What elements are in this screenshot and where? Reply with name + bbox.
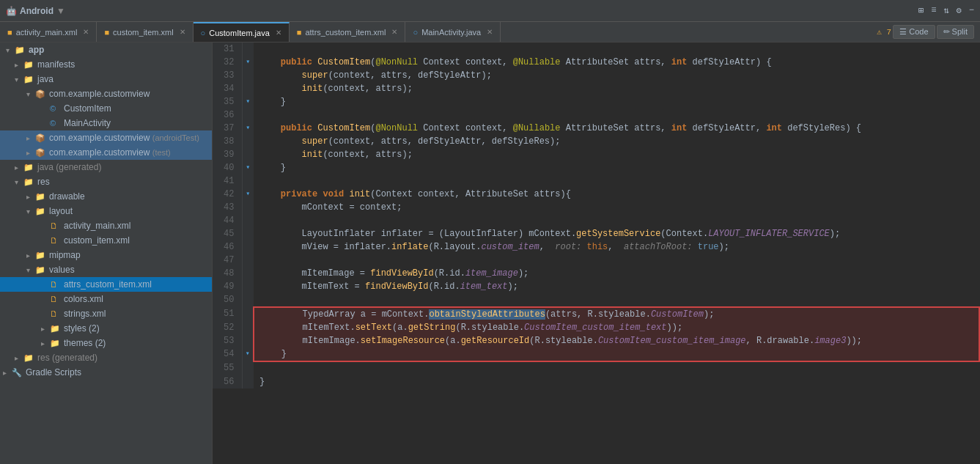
tree-item-mainactivity[interactable]: © MainActivity [0,116,212,130]
tree-item-styles[interactable]: ▸ 📁 styles (2) [0,321,212,336]
code-line-41: 41 [213,174,979,188]
tab-close-icon[interactable]: ✕ [276,29,281,37]
tab-mainactivity-java[interactable]: ○ MainActivity.java ✕ [405,22,501,43]
xml-file-icon: 🗋 [50,295,62,303]
line-number: 41 [213,174,242,188]
line-gutter [242,108,254,122]
line-gutter [242,82,254,95]
tree-label: custom_item.xml [64,235,130,246]
tree-item-res[interactable]: ▾ 📁 res [0,174,212,189]
tree-item-package-main[interactable]: ▾ 📦 com.example.customview [0,86,212,101]
arrow-icon: ▸ [26,251,35,259]
code-table: 31 32 ▾ public CustomItem(@NonNull Conte… [213,43,980,388]
tree-item-custom-item-xml[interactable]: 🗋 custom_item.xml [0,233,212,248]
tab-close-icon[interactable]: ✕ [180,28,185,36]
xml-file-icon: 🗋 [50,280,62,289]
folder-icon: 📁 [15,45,26,55]
tree-item-app[interactable]: ▾ 📁 app [0,43,212,57]
code-line-49: 49 mItemText = findViewById(R.id.item_te… [213,280,979,293]
tree-item-themes[interactable]: ▸ 📁 themes (2) [0,336,212,350]
tree-item-colors-xml[interactable]: 🗋 colors.xml [0,292,212,306]
tree-item-java-generated[interactable]: ▸ 📁 java (generated) [0,160,212,174]
code-line-38: 38 super(context, attrs, defStyleAttr, d… [213,135,979,148]
split-mode-button[interactable]: ✏ Split [937,25,974,39]
line-code: init(context, attrs); [254,148,979,161]
line-code: } [254,161,979,174]
line-gutter [242,293,254,307]
tree-item-res-generated[interactable]: ▸ 📁 res (generated) [0,350,212,365]
code-line-55: 55 [213,361,979,375]
xml-file-icon: 🗋 [50,309,62,318]
list-icon[interactable]: ≡ [931,5,936,16]
tree-item-gradle[interactable]: ▸ 🔧 Gradle Scripts [0,365,212,380]
settings-icon[interactable]: ⚙ [957,5,962,16]
tree-item-mipmap[interactable]: ▸ 📁 mipmap [0,248,212,262]
arrow-icon: ▸ [41,339,50,347]
code-editor[interactable]: 31 32 ▾ public CustomItem(@NonNull Conte… [213,43,980,464]
tree-item-values[interactable]: ▾ 📁 values [0,262,212,277]
dropdown-arrow: ▼ [56,6,65,16]
line-number: 39 [213,148,242,161]
tree-item-attrs-xml[interactable]: 🗋 attrs_custom_item.xml [0,277,212,292]
line-number: 48 [213,267,242,280]
arrow-icon: ▸ [26,193,35,201]
line-number: 44 [213,214,242,227]
package-icon: 📦 [35,133,47,143]
line-number: 36 [213,108,242,122]
tab-close-icon[interactable]: ✕ [487,28,493,36]
code-line-46: 46 mView = inflater.inflate(R.layout.cus… [213,240,979,254]
tree-item-package-test[interactable]: ▸ 📦 com.example.customview (test) [0,145,212,160]
tree-label: layout [49,206,73,216]
tab-attrs-xml[interactable]: ■ attrs_custom_item.xml ✕ [290,22,406,43]
tree-item-manifests[interactable]: ▸ 📁 manifests [0,57,212,72]
arrow-icon: ▾ [26,266,35,274]
tree-item-package-androidtest[interactable]: ▸ 📦 com.example.customview (androidTest) [0,130,212,145]
code-line-39: 39 init(context, attrs); [213,148,979,161]
tree-item-drawable[interactable]: ▸ 📁 drawable [0,189,212,204]
tree-item-strings-xml[interactable]: 🗋 strings.xml [0,306,212,321]
arrow-icon: ▾ [15,178,23,186]
package-icon: 📦 [35,148,47,158]
line-number: 35 [213,95,242,108]
tree-label: res (generated) [37,353,97,363]
line-code [254,43,979,56]
tree-item-java[interactable]: ▾ 📁 java [0,72,212,86]
line-gutter [242,69,254,82]
line-number: 43 [213,201,242,214]
code-line-47: 47 [213,254,979,267]
tree-label: values [49,265,75,275]
tree-label: themes (2) [64,338,106,348]
line-number: 55 [213,361,242,375]
grid-icon[interactable]: ⊞ [918,5,924,16]
folder-icon: 📁 [35,207,47,216]
tree-item-customitem[interactable]: © CustomItem [0,101,212,116]
arrow-icon: ▾ [6,46,15,54]
android-dropdown[interactable]: 🤖 Android ▼ [6,6,65,16]
line-code: super(context, attrs, defStyleAttr, defS… [254,135,979,148]
line-number: 50 [213,293,242,307]
sort-icon[interactable]: ⇅ [943,5,948,16]
code-mode-button[interactable]: ☰ Code [893,25,935,39]
tree-item-activity-main-xml[interactable]: 🗋 activity_main.xml [0,218,212,233]
tab-customitem-java[interactable]: ○ CustomItem.java ✕ [194,22,290,43]
tab-close-icon[interactable]: ✕ [83,28,89,36]
java-file-icon: © [50,104,62,113]
tab-xml-icon: ■ [297,28,302,37]
line-number: 33 [213,69,242,82]
tab-java-icon: ○ [413,28,418,37]
arrow-icon: ▸ [15,354,23,362]
folder-icon: 📁 [23,177,35,187]
tab-custom-item-xml[interactable]: ■ custom_item.xml ✕ [97,22,193,43]
tab-label: custom_item.xml [113,28,174,37]
tab-close-icon[interactable]: ✕ [391,28,397,36]
line-code: public CustomItem(@NonNull Context conte… [254,122,979,135]
line-code [254,293,979,307]
tree-item-layout[interactable]: ▾ 📁 layout [0,204,212,218]
tree-label: activity_main.xml [64,221,130,231]
tab-java-icon: ○ [201,29,206,37]
code-line-36: 36 [213,108,979,122]
line-code: mItemText = findViewById(R.id.item_text)… [254,280,979,293]
minus-icon[interactable]: − [969,5,974,16]
line-gutter [242,135,254,148]
tab-activity-main-xml[interactable]: ■ activity_main.xml ✕ [0,22,97,43]
